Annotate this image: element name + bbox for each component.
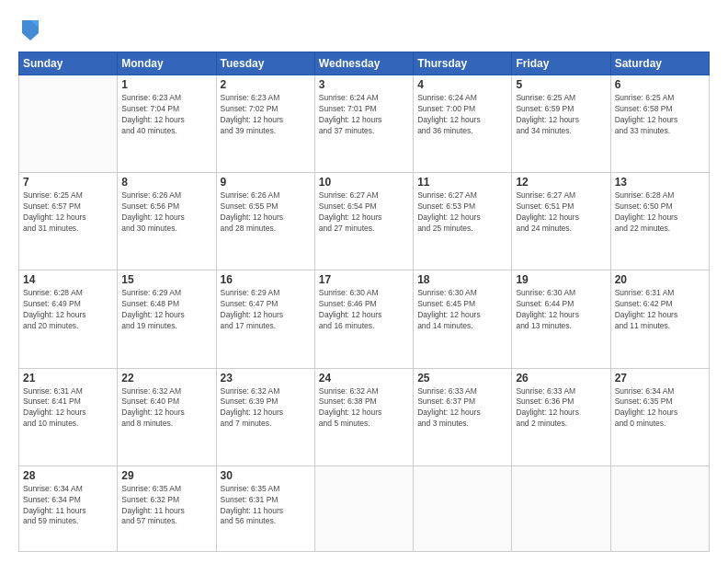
day-cell: 27Sunrise: 6:34 AM Sunset: 6:35 PM Dayli… [610,368,709,465]
day-info: Sunrise: 6:27 AM Sunset: 6:53 PM Dayligh… [417,190,507,235]
day-cell: 9Sunrise: 6:26 AM Sunset: 6:55 PM Daylig… [216,173,314,270]
day-info: Sunrise: 6:35 AM Sunset: 6:32 PM Dayligh… [121,484,211,528]
day-info: Sunrise: 6:33 AM Sunset: 6:36 PM Dayligh… [516,386,606,431]
day-number: 5 [516,78,606,91]
day-info: Sunrise: 6:35 AM Sunset: 6:31 PM Dayligh… [221,484,311,528]
day-info: Sunrise: 6:31 AM Sunset: 6:42 PM Dayligh… [615,288,705,332]
weekday-header-saturday: Saturday [610,52,709,75]
day-info: Sunrise: 6:32 AM Sunset: 6:39 PM Dayligh… [221,386,311,431]
day-info: Sunrise: 6:29 AM Sunset: 6:47 PM Dayligh… [221,288,311,332]
day-cell: 19Sunrise: 6:30 AM Sunset: 6:44 PM Dayli… [512,270,610,368]
day-info: Sunrise: 6:23 AM Sunset: 7:02 PM Dayligh… [221,93,311,137]
day-cell: 3Sunrise: 6:24 AM Sunset: 7:01 PM Daylig… [314,75,413,173]
day-number: 24 [319,372,409,385]
day-cell [610,465,709,551]
header [18,17,710,42]
weekday-header-row: SundayMondayTuesdayWednesdayThursdayFrid… [19,52,710,75]
day-info: Sunrise: 6:28 AM Sunset: 6:50 PM Dayligh… [615,190,705,235]
day-cell: 15Sunrise: 6:29 AM Sunset: 6:48 PM Dayli… [118,270,216,368]
day-number: 20 [615,273,705,286]
day-number: 15 [121,273,211,286]
day-number: 17 [319,273,409,286]
weekday-header-monday: Monday [118,52,216,75]
day-cell: 28Sunrise: 6:34 AM Sunset: 6:34 PM Dayli… [19,465,118,551]
day-info: Sunrise: 6:25 AM Sunset: 6:58 PM Dayligh… [615,93,705,137]
day-info: Sunrise: 6:32 AM Sunset: 6:40 PM Dayligh… [121,386,211,431]
day-cell: 20Sunrise: 6:31 AM Sunset: 6:42 PM Dayli… [610,270,709,368]
day-cell: 23Sunrise: 6:32 AM Sunset: 6:39 PM Dayli… [216,368,314,465]
day-number: 7 [23,176,113,189]
day-cell: 21Sunrise: 6:31 AM Sunset: 6:41 PM Dayli… [19,368,118,465]
day-cell [19,75,118,173]
day-info: Sunrise: 6:29 AM Sunset: 6:48 PM Dayligh… [121,288,211,332]
day-number: 3 [319,78,409,91]
day-cell: 16Sunrise: 6:29 AM Sunset: 6:47 PM Dayli… [216,270,314,368]
day-cell: 25Sunrise: 6:33 AM Sunset: 6:37 PM Dayli… [414,368,512,465]
day-number: 13 [615,176,705,189]
day-info: Sunrise: 6:25 AM Sunset: 6:57 PM Dayligh… [23,190,113,235]
day-cell [414,465,512,551]
day-cell: 22Sunrise: 6:32 AM Sunset: 6:40 PM Dayli… [118,368,216,465]
day-cell: 11Sunrise: 6:27 AM Sunset: 6:53 PM Dayli… [414,173,512,270]
page: SundayMondayTuesdayWednesdayThursdayFrid… [0,0,728,563]
day-cell: 8Sunrise: 6:26 AM Sunset: 6:56 PM Daylig… [118,173,216,270]
day-cell: 18Sunrise: 6:30 AM Sunset: 6:45 PM Dayli… [414,270,512,368]
day-number: 18 [417,273,507,286]
day-number: 28 [23,469,113,482]
week-row-4: 21Sunrise: 6:31 AM Sunset: 6:41 PM Dayli… [19,368,710,465]
weekday-header-tuesday: Tuesday [216,52,314,75]
day-cell: 1Sunrise: 6:23 AM Sunset: 7:04 PM Daylig… [118,75,216,173]
day-info: Sunrise: 6:27 AM Sunset: 6:54 PM Dayligh… [319,190,409,235]
day-cell: 17Sunrise: 6:30 AM Sunset: 6:46 PM Dayli… [314,270,413,368]
day-cell: 29Sunrise: 6:35 AM Sunset: 6:32 PM Dayli… [118,465,216,551]
day-cell [512,465,610,551]
day-cell: 12Sunrise: 6:27 AM Sunset: 6:51 PM Dayli… [512,173,610,270]
week-row-3: 14Sunrise: 6:28 AM Sunset: 6:49 PM Dayli… [19,270,710,368]
logo-icon [20,17,40,42]
day-info: Sunrise: 6:34 AM Sunset: 6:34 PM Dayligh… [23,484,113,528]
weekday-header-wednesday: Wednesday [314,52,413,75]
day-number: 30 [221,469,311,482]
day-number: 29 [121,469,211,482]
day-number: 25 [417,372,507,385]
day-info: Sunrise: 6:27 AM Sunset: 6:51 PM Dayligh… [516,190,606,235]
day-cell: 2Sunrise: 6:23 AM Sunset: 7:02 PM Daylig… [216,75,314,173]
day-info: Sunrise: 6:28 AM Sunset: 6:49 PM Dayligh… [23,288,113,332]
day-info: Sunrise: 6:30 AM Sunset: 6:46 PM Dayligh… [319,288,409,332]
day-info: Sunrise: 6:30 AM Sunset: 6:44 PM Dayligh… [516,288,606,332]
day-number: 1 [121,78,211,91]
logo [18,17,42,42]
day-info: Sunrise: 6:34 AM Sunset: 6:35 PM Dayligh… [615,386,705,431]
day-info: Sunrise: 6:26 AM Sunset: 6:55 PM Dayligh… [221,190,311,235]
week-row-2: 7Sunrise: 6:25 AM Sunset: 6:57 PM Daylig… [19,173,710,270]
day-info: Sunrise: 6:33 AM Sunset: 6:37 PM Dayligh… [417,386,507,431]
day-number: 26 [516,372,606,385]
day-cell: 14Sunrise: 6:28 AM Sunset: 6:49 PM Dayli… [19,270,118,368]
day-number: 14 [23,273,113,286]
day-info: Sunrise: 6:26 AM Sunset: 6:56 PM Dayligh… [121,190,211,235]
day-number: 12 [516,176,606,189]
day-cell: 26Sunrise: 6:33 AM Sunset: 6:36 PM Dayli… [512,368,610,465]
day-cell: 4Sunrise: 6:24 AM Sunset: 7:00 PM Daylig… [414,75,512,173]
day-number: 8 [121,176,211,189]
day-cell: 7Sunrise: 6:25 AM Sunset: 6:57 PM Daylig… [19,173,118,270]
day-cell: 13Sunrise: 6:28 AM Sunset: 6:50 PM Dayli… [610,173,709,270]
day-info: Sunrise: 6:25 AM Sunset: 6:59 PM Dayligh… [516,93,606,137]
day-number: 23 [221,372,311,385]
day-cell: 10Sunrise: 6:27 AM Sunset: 6:54 PM Dayli… [314,173,413,270]
day-cell: 30Sunrise: 6:35 AM Sunset: 6:31 PM Dayli… [216,465,314,551]
day-number: 27 [615,372,705,385]
day-info: Sunrise: 6:24 AM Sunset: 7:01 PM Dayligh… [319,93,409,137]
day-number: 6 [615,78,705,91]
day-number: 22 [121,372,211,385]
day-info: Sunrise: 6:24 AM Sunset: 7:00 PM Dayligh… [417,93,507,137]
day-info: Sunrise: 6:32 AM Sunset: 6:38 PM Dayligh… [319,386,409,431]
day-cell: 6Sunrise: 6:25 AM Sunset: 6:58 PM Daylig… [610,75,709,173]
calendar-table: SundayMondayTuesdayWednesdayThursdayFrid… [18,52,710,552]
day-cell: 5Sunrise: 6:25 AM Sunset: 6:59 PM Daylig… [512,75,610,173]
weekday-header-sunday: Sunday [19,52,118,75]
day-number: 9 [221,176,311,189]
day-number: 21 [23,372,113,385]
weekday-header-thursday: Thursday [414,52,512,75]
day-cell: 24Sunrise: 6:32 AM Sunset: 6:38 PM Dayli… [314,368,413,465]
